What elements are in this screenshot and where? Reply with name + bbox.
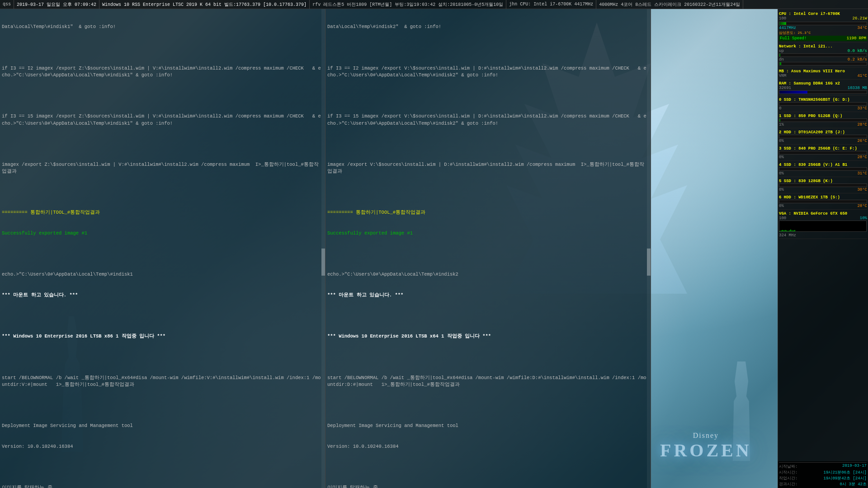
terminal-line: Deployment Image Servicing and Managemen… xyxy=(2,422,323,429)
cpu-header: CPU : Intel Core i7-6700K xyxy=(779,12,867,16)
mb-vrm-label: VRM xyxy=(779,74,786,78)
drive-ssd0-pct: 0 xyxy=(779,106,781,111)
ram-section: RAM : Samsung DDR4 16G x2 32691 10338 MB xyxy=(779,80,867,96)
drive-ssd0-section: 0 SSD : THNSNH256GBST (G: D:) 0 33°C xyxy=(779,97,867,112)
gpu-usage-val: 10% xyxy=(860,216,867,221)
drive-ssd0-temp: 33°C xyxy=(857,106,867,111)
drive-ssd1-section: 1 SSD : 850 PRO 512GB (Q:) 1% 28°C xyxy=(779,113,867,128)
terminal-left-scrollbar-thumb[interactable] xyxy=(321,249,325,276)
taskbar-datetime: 2019-03-17 일요일 오후 07:09:42 xyxy=(14,0,99,9)
mb-section: MB : Asus Maximus VIII Hero VRM 41°C xyxy=(779,68,867,80)
network-up-val: 0.0 kB/s xyxy=(848,49,867,53)
ram-total-label: 32691 xyxy=(779,86,791,90)
terminal-line: Successfully exported image #1 xyxy=(327,230,649,237)
terminal-line xyxy=(2,189,323,196)
drive-hdd2-label: 2 HDD : DT01ACA200 2TB (J:) xyxy=(779,130,867,135)
taskbar-mem-info[interactable]: 4000MHz 4코어 8스레드 스카이레이크 20160322-2년11개월2… xyxy=(596,0,743,9)
terminal-line xyxy=(327,189,649,196)
terminal-right-scrollbar[interactable] xyxy=(647,9,651,488)
terminal-line: if I3 == I2 imagex /export V:\$sources\i… xyxy=(327,65,649,79)
network-up-label: up xyxy=(779,49,784,53)
frozen-title: FROZEN xyxy=(660,440,752,461)
terminal-line: if I3 == 15 imagex /export Z:\$sources\i… xyxy=(2,113,323,127)
terminal-line xyxy=(2,464,323,470)
gpu-graph xyxy=(779,221,867,232)
drive-hdd6-bar xyxy=(779,200,867,203)
terminal-line xyxy=(2,402,323,408)
drive-hdd6-section: 6 HDD : WD10EZEX 1TB (S:) 0% 28°C xyxy=(779,194,867,210)
cpu-section: CPU : Intel Core i7-6700K 100 26.21W 441… xyxy=(779,11,867,42)
drive-hdd2-bar xyxy=(779,135,867,138)
terminal-line: ========= 통합하기|TOOL_#통합작업결과 xyxy=(2,209,323,216)
terminal-left[interactable]: Data\Local\Temp\#indisk1" & goto :info! … xyxy=(0,9,326,488)
terminal-line: *** Windows 10 Enterprise 2016 LTSB x64 … xyxy=(327,333,649,340)
drive-ssd1-pct: 1% xyxy=(779,122,784,127)
end-val: 19시09분42초 [24시] xyxy=(824,475,867,481)
main-content: Data\Local\Temp\#indisk1" & goto :info! … xyxy=(0,9,868,488)
time-info-section: 시작날짜: 2019-03-17 시작시간: 19시21분06초 [24시] 작… xyxy=(778,461,868,488)
drive-ssd1-bar xyxy=(779,118,867,122)
terminal-line: echo.>"C:\Users\0#\AppData\Local\Temp\#i… xyxy=(327,271,649,278)
taskbar-item-qs[interactable]: qss xyxy=(0,0,14,9)
elapsed-label: 경과시간: xyxy=(779,481,797,487)
terminal-line xyxy=(2,313,323,319)
cpu-freq: 100 xyxy=(779,16,786,22)
network-up-bar xyxy=(779,53,867,57)
taskbar-rfv[interactable]: rfv 레드스톤5 버전1809 [RTM년월] 부팅:3일19:03:42 설… xyxy=(310,0,506,9)
terminal-line xyxy=(2,251,323,258)
middle-background-area: Disney FROZEN xyxy=(651,9,778,488)
drive-ssd0-bar xyxy=(779,102,867,106)
drive-ssd1-temp: 28°C xyxy=(857,122,867,127)
network-header: Network : Intel i21... xyxy=(779,44,867,49)
terminal-line: Data\Local\Temp\#indisk1" & goto :info! xyxy=(2,23,323,30)
terminal-line: ========= 통합하기|TOOL_#통합작업결과 xyxy=(327,209,649,216)
start-val: 19시21분06초 [24시] xyxy=(824,469,867,475)
terminal-right[interactable]: Data\Local\Temp\#indisk2" & goto :info! … xyxy=(326,9,651,488)
network-dn-fill xyxy=(779,62,781,65)
terminal-line xyxy=(327,402,649,408)
terminal-line: if I3 == 15 imagex /export V:\$sources\i… xyxy=(327,113,649,127)
elapsed-val: 0시 3분 42초 xyxy=(840,481,867,487)
terminal-line xyxy=(327,93,649,99)
terminal-right-scrollbar-thumb[interactable] xyxy=(647,249,651,276)
cpu-sub-label: 삼성온도: 25.3°C xyxy=(779,31,867,35)
terminal-line: Version: 10.0.10240.16384 xyxy=(2,443,323,450)
cpu-watt: 26.21W xyxy=(853,16,867,22)
ram-header: RAM : Samsung DDR4 16G x2 xyxy=(779,81,867,86)
end-label: 작업시간: xyxy=(779,475,797,481)
taskbar-jhn[interactable]: jhn CPU: Intel i7-6700K 4417MHz xyxy=(506,0,596,9)
disney-brand: Disney xyxy=(660,432,752,440)
cpu-usage-fill xyxy=(779,22,786,25)
terminal-line: *** Windows 10 Enterprise 2016 LTSB x86 … xyxy=(2,333,323,340)
terminal-line: Version: 10.0.10240.16384 xyxy=(327,443,649,450)
network-dn-val: 0.2 kB/s xyxy=(848,57,867,62)
drive-ssd5-temp: 30°C xyxy=(857,188,867,192)
terminal-line: imagex /export Z:\$sources\install.wim |… xyxy=(2,161,323,175)
drive-hdd2-pct: 0% xyxy=(779,139,784,143)
mb-header: MB : Asus Maximus VIII Hero xyxy=(779,69,867,74)
ram-used-val: 10338 MB xyxy=(848,86,867,90)
drive-ssd3-temp: 28°C xyxy=(857,155,867,160)
cpu-usage-bar xyxy=(779,22,867,25)
cpu-speed-label: Full Speed! xyxy=(780,36,807,41)
system-monitor-sidebar: CPU : Intel Core i7-6700K 100 26.21W 441… xyxy=(778,9,868,488)
terminal-left-content: Data\Local\Temp\#indisk1" & goto :info! … xyxy=(0,9,325,488)
gpu-usage-label: 100 xyxy=(779,216,786,221)
drive-hdd6-temp: 28°C xyxy=(857,204,867,208)
taskbar-windows-info[interactable]: Windows 10 RSS Enterprise LTSC 2019 K 64… xyxy=(99,0,310,9)
ram-bar xyxy=(779,90,867,94)
terminal-line: imagex /export V:\$sources\install.wim |… xyxy=(327,161,649,175)
ram-fill xyxy=(779,91,807,94)
terminal-line xyxy=(327,44,649,51)
gpu-mem-val: 324 MHz xyxy=(779,233,796,238)
drive-hdd2-temp: 26°C xyxy=(857,139,867,143)
terminal-left-scrollbar[interactable] xyxy=(321,9,325,488)
drive-ssd4-label: 4 SSD : 830 256GB (V:) A1 B1 xyxy=(779,163,867,167)
network-dn-label: dn xyxy=(779,57,784,62)
network-section: Network : Intel i21... up 0.0 kB/s dn 0.… xyxy=(779,43,867,67)
mb-vrm-temp: 41°C xyxy=(857,74,867,78)
terminal-line xyxy=(327,141,649,147)
drive-ssd1-fill xyxy=(779,119,780,122)
cpu-temp-val: 34°C xyxy=(857,26,867,31)
terminal-line: start /BELOWNORMAL /b /wait _통합하기|tool_#… xyxy=(2,375,323,388)
